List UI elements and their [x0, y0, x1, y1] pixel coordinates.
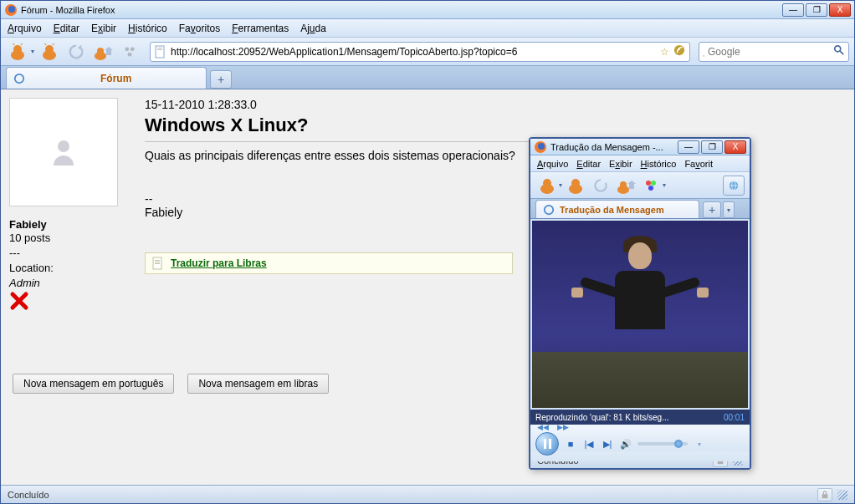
svg-point-36 [620, 181, 627, 188]
menu-ferramentas[interactable]: Ferramentas [232, 23, 289, 34]
post-sig-name: Fabiely [145, 206, 538, 219]
sign-language-interpreter [581, 236, 699, 329]
svg-point-20 [835, 46, 841, 52]
svg-rect-27 [155, 263, 160, 264]
popup-menubar: Arquivo Editar Exibir Histórico Favorit [530, 155, 750, 172]
popup-colors-icon[interactable] [639, 174, 663, 197]
popup-colors-dropdown-icon[interactable]: ▾ [663, 181, 666, 189]
svg-point-39 [648, 186, 653, 191]
svg-point-5 [45, 45, 54, 53]
new-message-libras-button[interactable]: Nova mensagem em libras [187, 374, 329, 394]
popup-menu-historico[interactable]: Histórico [641, 159, 677, 169]
resize-grip-icon[interactable] [837, 490, 847, 500]
media-dropdown-icon[interactable]: ▾ [693, 437, 706, 451]
delete-button[interactable] [9, 291, 135, 316]
firefox-icon [534, 140, 547, 154]
reload-button[interactable] [64, 40, 88, 64]
popup-menu-exibir[interactable]: Exibir [609, 159, 632, 169]
search-bar[interactable] [699, 42, 849, 62]
user-location: Location: [9, 261, 135, 276]
post-text: Quais as principais diferenças entre ess… [145, 149, 538, 162]
menu-ajuda[interactable]: Ajuda [300, 23, 326, 34]
video-player[interactable] [532, 221, 748, 408]
menu-favoritos[interactable]: Favoritos [179, 23, 220, 34]
next-button[interactable]: ▶| [601, 437, 614, 451]
home-button[interactable] [91, 40, 115, 64]
svg-point-19 [704, 56, 704, 57]
menu-arquivo[interactable]: AArquivorquivo [8, 23, 42, 34]
back-button[interactable] [6, 40, 29, 64]
popup-tab-label: Tradução da Mensagem [560, 205, 664, 215]
popup-tab-dropdown-button[interactable]: ▾ [723, 201, 735, 218]
user-name: Fabiely [9, 218, 135, 231]
post-body: 15-11-2010 1:28:33.0 Windows X Linux? Qu… [145, 98, 538, 316]
svg-point-16 [703, 55, 704, 56]
minimize-button[interactable]: — [782, 3, 804, 17]
stop-button[interactable]: ■ [564, 437, 577, 451]
popup-back-dropdown-icon[interactable]: ▾ [559, 181, 562, 189]
popup-maximize-button[interactable]: ❐ [701, 140, 723, 154]
post-sig-dash: -- [145, 192, 538, 206]
tab-forum[interactable]: Fórum [6, 67, 207, 89]
status-text: Concluído [8, 490, 49, 500]
svg-point-3 [13, 45, 22, 53]
user-panel: Fabiely 10 posts --- Location: Admin [9, 98, 135, 316]
search-go-icon[interactable] [833, 44, 845, 59]
popup-globe-button[interactable] [723, 176, 745, 196]
svg-rect-12 [157, 48, 162, 48]
new-message-pt-button[interactable]: Nova mensagem em português [13, 374, 174, 394]
svg-point-37 [646, 181, 651, 186]
svg-rect-13 [157, 49, 162, 50]
svg-point-7 [97, 48, 104, 54]
tab-add-button[interactable]: + [210, 70, 232, 89]
svg-point-8 [125, 47, 129, 51]
maximize-button[interactable]: ❐ [806, 3, 827, 17]
popup-reload-button[interactable] [589, 174, 612, 197]
main-tabstrip: Fórum + [1, 66, 854, 89]
svg-point-43 [545, 205, 554, 214]
window-title: Fórum - Mozilla Firefox [21, 5, 782, 15]
menu-historico[interactable]: Histórico [128, 23, 167, 34]
popup-menu-favoritos[interactable]: Favorit [684, 159, 713, 169]
volume-icon[interactable]: 🔊 [619, 437, 632, 451]
popup-menu-arquivo[interactable]: Arquivo [537, 159, 568, 169]
popup-menu-editar[interactable]: Editar [576, 159, 601, 169]
translate-link[interactable]: Traduzir para Libras [171, 257, 267, 269]
svg-rect-28 [822, 494, 828, 498]
url-input[interactable] [171, 46, 658, 58]
play-pause-button[interactable] [535, 432, 559, 456]
main-titlebar: Fórum - Mozilla Firefox — ❐ X [1, 1, 854, 19]
seek-fwd-icon[interactable]: ▶▶ [557, 423, 569, 431]
svg-point-32 [543, 179, 551, 187]
toolbar-extra-icon[interactable] [118, 40, 141, 64]
feed-icon[interactable] [673, 44, 686, 59]
popup-back-button[interactable] [535, 174, 559, 197]
popup-forward-button[interactable] [564, 174, 587, 197]
translate-box: Traduzir para Libras [145, 252, 513, 274]
popup-tab-add-button[interactable]: + [703, 201, 721, 218]
svg-point-38 [651, 181, 656, 186]
svg-point-30 [538, 143, 545, 150]
popup-minimize-button[interactable]: — [678, 140, 699, 154]
back-dropdown-icon[interactable]: ▾ [31, 48, 34, 55]
forward-button[interactable] [38, 40, 61, 64]
menu-exibir[interactable]: Exibir [91, 23, 116, 34]
page-icon [154, 45, 167, 59]
popup-tab[interactable]: Tradução da Mensagem [535, 200, 699, 218]
user-postcount: 10 posts [9, 231, 135, 246]
bookmark-star-icon[interactable]: ☆ [658, 46, 671, 58]
svg-point-34 [571, 179, 580, 187]
address-bar[interactable]: ☆ [150, 42, 690, 62]
tab-loading-icon [13, 73, 25, 84]
prev-button[interactable]: |◀ [582, 437, 596, 451]
popup-close-button[interactable]: X [724, 140, 746, 154]
playback-time: 00:01 [724, 413, 745, 422]
popup-home-button[interactable] [614, 174, 637, 197]
volume-thumb[interactable] [674, 440, 683, 448]
volume-slider[interactable] [637, 442, 688, 445]
seek-back-icon[interactable]: ◀◀ [537, 423, 549, 431]
menu-editar[interactable]: Editar [54, 23, 79, 34]
popup-title: Tradução da Mensagem -... [550, 142, 678, 152]
search-input[interactable] [708, 46, 833, 58]
close-button[interactable]: X [829, 3, 851, 17]
